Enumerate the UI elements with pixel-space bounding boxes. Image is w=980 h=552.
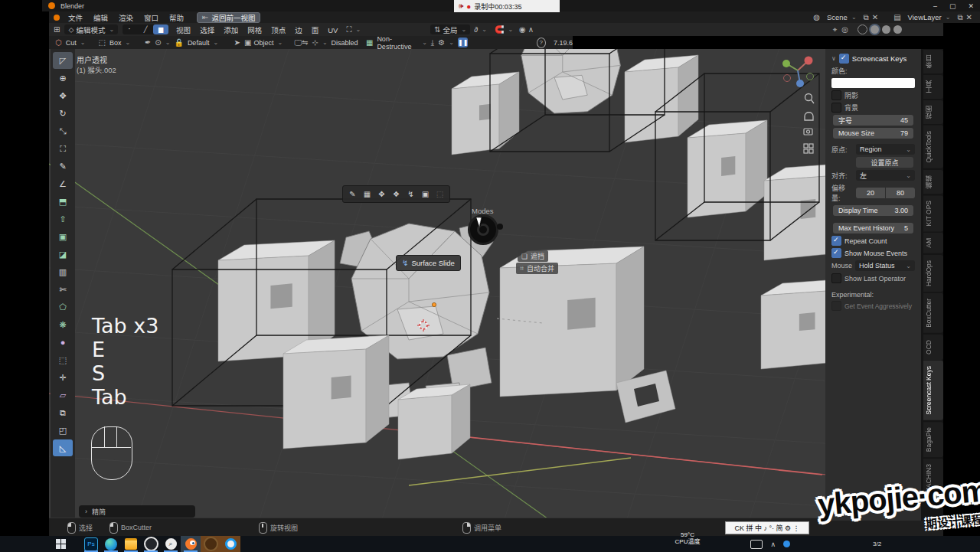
unlink-scene-icon[interactable]: ✕ <box>872 14 878 21</box>
rendered-shading-button[interactable] <box>893 25 902 34</box>
viewlayer-selector[interactable]: ViewLayer <box>904 12 955 22</box>
non-destructive-dropdown[interactable]: Non-Destructive <box>373 38 430 47</box>
vertex-select-button[interactable]: ⠂ <box>122 24 138 34</box>
edge-select-button[interactable]: ╱ <box>138 24 153 34</box>
viewport-menu-item[interactable]: 视图 <box>176 26 191 34</box>
get-event-aggressively-checkbox[interactable] <box>831 301 841 311</box>
poly-build-tool-icon[interactable]: ⬠ <box>53 299 73 315</box>
gizmo-y-axis[interactable] <box>782 60 790 67</box>
scale-tool-icon[interactable]: ⤡ <box>53 122 73 139</box>
sidebar-tab[interactable]: 工具 <box>923 75 943 99</box>
max-event-history-slider[interactable]: Max Event History5 <box>833 223 913 234</box>
live-icon[interactable]: ▦ <box>366 39 373 47</box>
scene-selector[interactable]: Scene <box>823 12 861 22</box>
taskbar-material-app-icon[interactable] <box>201 536 220 552</box>
solid-shading-button[interactable] <box>871 25 879 34</box>
shear-tool-icon[interactable]: ▱ <box>53 387 73 403</box>
show-mouse-events-checkbox[interactable] <box>831 248 841 258</box>
taskbar-edge-icon[interactable] <box>101 536 121 552</box>
face-select-button[interactable]: ▆ <box>153 24 168 34</box>
back-to-previous-view-button[interactable]: ⇤ 返回前一视图 <box>197 12 260 23</box>
screencast-keys-enable-checkbox[interactable] <box>839 54 849 64</box>
rotate-tool-icon[interactable]: ↻ <box>53 105 73 122</box>
close-button[interactable]: ✕ <box>968 2 974 10</box>
sidebar-tab[interactable]: AM <box>923 233 943 253</box>
minimize-button[interactable]: – <box>933 2 937 10</box>
cut-shape-icon[interactable]: ⬡ <box>55 39 62 47</box>
viewport-menu-item[interactable]: 面 <box>312 26 319 34</box>
sidebar-tab[interactable]: HardOps <box>923 255 943 292</box>
camera-view-icon[interactable] <box>804 129 812 135</box>
annotate-icon[interactable]: ✎ <box>345 190 360 198</box>
rip-region-tool-icon[interactable]: ⧉ <box>53 404 73 421</box>
taskbar-photoshop-icon[interactable]: Ps <box>81 536 101 552</box>
proportional-falloff-icon[interactable]: ∧ <box>528 26 534 34</box>
sidebar-tab[interactable]: BoxCutter <box>923 293 943 333</box>
offset-x-field[interactable]: 20 <box>856 188 885 198</box>
corner-tool-icon[interactable]: ◰ <box>53 422 73 439</box>
viewport-menu-item[interactable]: UV <box>328 26 338 34</box>
mouse-status-dropdown[interactable]: Hold Status <box>855 260 915 271</box>
tray-caret-icon[interactable]: ∧ <box>770 541 776 548</box>
pointer-icon[interactable]: ➤ <box>234 39 240 47</box>
mode-dropdown[interactable]: ⬦ 编辑模式 <box>64 24 118 34</box>
edge-slide-tool-icon[interactable]: ⬚ <box>53 351 73 368</box>
wireframe-shading-button[interactable] <box>858 24 867 34</box>
sidebar-tab[interactable]: QuickTools <box>923 126 943 168</box>
maximize-button[interactable]: ▢ <box>949 2 956 10</box>
remove-viewlayer-icon[interactable]: ✕ <box>966 14 972 21</box>
background-checkbox[interactable] <box>831 103 841 113</box>
gizmo-neg-x-axis[interactable] <box>784 75 791 82</box>
eyedropper-icon[interactable]: ↯ <box>403 190 418 198</box>
zoom-icon[interactable] <box>805 94 815 104</box>
offset-y-field[interactable]: 80 <box>886 188 915 198</box>
material-shading-button[interactable] <box>882 25 890 34</box>
move-tool-icon[interactable]: ✥ <box>53 87 73 104</box>
font-size-slider[interactable]: 字号45 <box>833 115 913 126</box>
snap-target-dropdown[interactable]: ∂ <box>470 24 491 34</box>
cut-mode-dropdown[interactable]: Cut <box>62 38 90 47</box>
viewport-menu-item[interactable]: 顶点 <box>271 26 286 34</box>
annotate-tool-icon[interactable]: ✎ <box>53 158 73 175</box>
transform-tool-icon[interactable]: ⛶ <box>53 140 73 157</box>
gizmo-x-axis[interactable] <box>805 57 813 65</box>
navigation-gizmo[interactable] <box>776 49 819 92</box>
object-dropdown[interactable]: ▣Object <box>240 38 286 47</box>
sidebar-tab[interactable]: KIT OPS <box>923 195 943 231</box>
display-icon[interactable]: 🖵 <box>294 39 302 47</box>
taskbar-wallpaper-app-icon[interactable] <box>141 536 161 552</box>
overlays-toggle-icon[interactable]: ◎ <box>841 26 848 34</box>
pan-hand-icon[interactable] <box>805 113 813 120</box>
grid-toggle-icon[interactable] <box>804 144 813 153</box>
mesh-edit-icon[interactable]: ✥ <box>374 190 389 198</box>
measure-tool-icon[interactable]: ∠ <box>53 175 73 192</box>
sidebar-tab[interactable]: 条目 <box>923 50 943 73</box>
occlude-badge[interactable]: ❏ 遮挡 <box>518 250 548 262</box>
blender-menu-icon[interactable] <box>54 15 60 21</box>
ime-toolbar[interactable]: CK 拼 中 ♪ °· 简 ⚙ ⋮ <box>725 521 809 534</box>
bevel-tool-icon[interactable]: ◪ <box>53 246 73 263</box>
collapse-chevron-icon[interactable]: ∨ <box>831 55 836 62</box>
menu-item[interactable]: 渲染 <box>119 14 133 22</box>
extrude-tool-icon[interactable]: ⇧ <box>53 211 73 227</box>
settings-dropdown[interactable]: ⚙ <box>434 38 458 47</box>
menu-item[interactable]: 文件 <box>68 14 83 22</box>
knife-tool-icon[interactable]: ✄ <box>53 281 73 298</box>
weight-paint-icon[interactable]: ▦ <box>360 190 374 198</box>
uv-tool-icon[interactable]: ❖ <box>389 190 403 198</box>
more-tools-icon[interactable]: ⬚ <box>433 190 447 198</box>
sidebar-tab[interactable]: MACHIN3 <box>923 459 943 498</box>
tray-touch-keyboard-icon[interactable] <box>750 540 763 549</box>
gizmo-neg-y-axis[interactable] <box>807 73 814 80</box>
sidebar-tab[interactable]: BagaPie <box>923 422 943 457</box>
modes-dial[interactable] <box>468 214 498 245</box>
disabled-label[interactable]: Disabled <box>332 39 358 47</box>
menu-item[interactable]: 帮助 <box>169 14 184 22</box>
origin-dropdown[interactable]: ⊙ <box>151 38 174 47</box>
menu-item[interactable]: 窗口 <box>144 14 158 22</box>
sidebar-tab[interactable]: 视图 <box>923 100 943 124</box>
viewport-menu-item[interactable]: 网格 <box>247 26 262 34</box>
display-time-slider[interactable]: Display Time3.00 <box>833 205 913 216</box>
menu-item[interactable]: 编辑 <box>93 14 108 22</box>
gizmo-toggle-icon[interactable]: ⌖ <box>833 26 838 34</box>
